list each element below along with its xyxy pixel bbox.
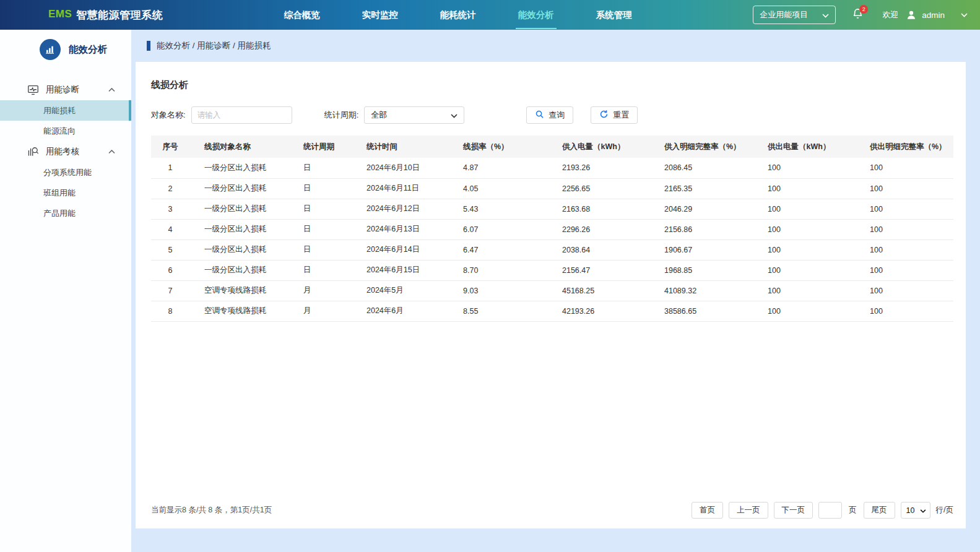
table-cell: 2256.65 bbox=[547, 178, 649, 199]
chevron-down-icon bbox=[920, 506, 926, 515]
table-cell: 2156.86 bbox=[649, 219, 753, 239]
page-number-input[interactable] bbox=[818, 502, 842, 519]
nav-item[interactable]: 实时监控 bbox=[360, 1, 401, 29]
pagination-summary: 当前显示8 条/共 8 条，第1页/共1页 bbox=[151, 505, 272, 515]
period-label: 统计周期: bbox=[324, 110, 359, 121]
monitor-pulse-icon bbox=[27, 85, 39, 95]
table-cell: 一级分区出入损耗 bbox=[189, 158, 288, 178]
table-cell: 100 bbox=[855, 301, 953, 321]
pagination-bar: 当前显示8 条/共 8 条，第1页/共1页 首页 上一页 下一页 页 尾页 10… bbox=[151, 489, 953, 519]
table-cell: 一级分区出入损耗 bbox=[189, 239, 288, 260]
table-cell: 1906.67 bbox=[649, 239, 753, 260]
sidebar-group-label: 用能考核 bbox=[46, 146, 79, 157]
table-row: 7空调专项线路损耗月2024年5月9.0345168.2541089.32100… bbox=[151, 280, 953, 301]
table-row: 2一级分区出入损耗日2024年6月11日4.052256.652165.3510… bbox=[151, 178, 953, 199]
table-cell: 一级分区出入损耗 bbox=[189, 178, 288, 199]
notification-button[interactable]: 2 bbox=[852, 7, 864, 22]
sidebar-title: 能效分析 bbox=[69, 43, 107, 56]
next-page-button[interactable]: 下一页 bbox=[774, 502, 813, 519]
table-column-header: 序号 bbox=[151, 136, 189, 158]
table-cell: 2046.29 bbox=[649, 199, 753, 219]
line-loss-table: 序号线损对象名称统计周期统计时间线损率（%）供入电量（kWh）供入明细完整率（%… bbox=[151, 136, 953, 322]
table-column-header: 线损对象名称 bbox=[189, 136, 288, 158]
pagination-controls: 首页 上一页 下一页 页 尾页 10 行/页 bbox=[692, 502, 953, 519]
table-cell: 100 bbox=[855, 158, 953, 178]
table-cell: 2024年6月11日 bbox=[352, 178, 448, 199]
table-column-header: 供入电量（kWh） bbox=[547, 136, 649, 158]
table-cell: 2165.35 bbox=[649, 178, 753, 199]
table-cell: 一级分区出入损耗 bbox=[189, 199, 288, 219]
sidebar-header: 能效分析 bbox=[0, 30, 131, 69]
table-cell: 3 bbox=[151, 199, 189, 219]
period-select-value: 全部 bbox=[371, 110, 387, 121]
first-page-button[interactable]: 首页 bbox=[692, 502, 723, 519]
nav-item[interactable]: 综合概览 bbox=[282, 1, 323, 29]
sidebar-item[interactable]: 班组用能 bbox=[0, 183, 131, 203]
table-cell: 1 bbox=[151, 158, 189, 178]
prev-page-button[interactable]: 上一页 bbox=[729, 502, 768, 519]
username-text[interactable]: admin bbox=[922, 11, 945, 20]
refresh-icon bbox=[599, 110, 609, 121]
table-cell: 2156.47 bbox=[547, 260, 649, 280]
table-row: 8空调专项线路损耗月2024年6月8.5542193.2638586.65100… bbox=[151, 301, 953, 321]
table-cell: 日 bbox=[288, 158, 352, 178]
table-cell: 8 bbox=[151, 301, 189, 321]
table-cell: 100 bbox=[753, 260, 855, 280]
table-cell: 42193.26 bbox=[547, 301, 649, 321]
chevron-up-icon bbox=[108, 150, 115, 154]
sidebar-group-header[interactable]: 用能诊断 bbox=[0, 79, 131, 100]
table-cell: 5 bbox=[151, 239, 189, 260]
table-cell: 空调专项线路损耗 bbox=[189, 301, 288, 321]
table-cell: 38586.65 bbox=[649, 301, 753, 321]
nav-item[interactable]: 系统管理 bbox=[594, 1, 635, 29]
reset-button[interactable]: 重置 bbox=[591, 106, 638, 124]
table-cell: 6.47 bbox=[448, 239, 547, 260]
table-cell: 5.43 bbox=[448, 199, 547, 219]
content-area: 能效分析 / 用能诊断 / 用能损耗 线损分析 对象名称: 统计周期: 全部 bbox=[131, 30, 980, 552]
page-size-value: 10 bbox=[906, 506, 915, 515]
nav-item[interactable]: 能耗统计 bbox=[438, 1, 479, 29]
welcome-text: 欢迎 bbox=[882, 9, 898, 20]
per-page-suffix-label: 行/页 bbox=[936, 505, 953, 515]
search-button-label: 查询 bbox=[549, 110, 565, 121]
last-page-button[interactable]: 尾页 bbox=[864, 502, 895, 519]
chevron-down-icon bbox=[451, 111, 457, 120]
search-button[interactable]: 查询 bbox=[526, 106, 573, 124]
table-cell: 100 bbox=[855, 280, 953, 301]
user-avatar-icon[interactable] bbox=[906, 9, 917, 20]
panel-card: 线损分析 对象名称: 统计周期: 全部 查询 bbox=[136, 62, 966, 528]
table-cell: 100 bbox=[753, 280, 855, 301]
chart-search-icon bbox=[27, 146, 39, 157]
table-cell: 日 bbox=[288, 199, 352, 219]
table-cell: 日 bbox=[288, 219, 352, 239]
table-cell: 日 bbox=[288, 260, 352, 280]
table-cell: 100 bbox=[855, 199, 953, 219]
object-name-input[interactable] bbox=[191, 106, 292, 124]
page-size-select[interactable]: 10 bbox=[901, 502, 930, 519]
user-menu-chevron-icon[interactable] bbox=[961, 13, 968, 17]
table-column-header: 供入明细完整率（%） bbox=[649, 136, 753, 158]
chevron-down-icon bbox=[822, 11, 829, 20]
table-column-header: 线损率（%） bbox=[448, 136, 547, 158]
sidebar-item[interactable]: 能源流向 bbox=[0, 121, 131, 141]
sidebar-item[interactable]: 分项系统用能 bbox=[0, 162, 131, 183]
project-select[interactable]: 企业用能项目 bbox=[753, 6, 836, 24]
breadcrumb-accent-bar bbox=[147, 41, 150, 51]
sidebar-group-header[interactable]: 用能考核 bbox=[0, 141, 131, 162]
table-cell: 4.87 bbox=[448, 158, 547, 178]
table-cell: 1968.85 bbox=[649, 260, 753, 280]
table-cell: 2 bbox=[151, 178, 189, 199]
period-select[interactable]: 全部 bbox=[364, 106, 464, 124]
breadcrumb-text: 能效分析 / 用能诊断 / 用能损耗 bbox=[157, 40, 271, 51]
table-cell: 2038.64 bbox=[547, 239, 649, 260]
table-cell: 100 bbox=[855, 239, 953, 260]
nav-item[interactable]: 能效分析 bbox=[516, 1, 557, 29]
sidebar-item[interactable]: 用能损耗 bbox=[0, 100, 131, 121]
sidebar-item[interactable]: 产品用能 bbox=[0, 203, 131, 223]
table-cell: 100 bbox=[753, 199, 855, 219]
table-cell: 100 bbox=[855, 260, 953, 280]
panel-title: 线损分析 bbox=[151, 79, 953, 91]
table-column-header: 统计周期 bbox=[288, 136, 352, 158]
table-cell: 100 bbox=[753, 239, 855, 260]
chevron-up-icon bbox=[108, 88, 115, 92]
